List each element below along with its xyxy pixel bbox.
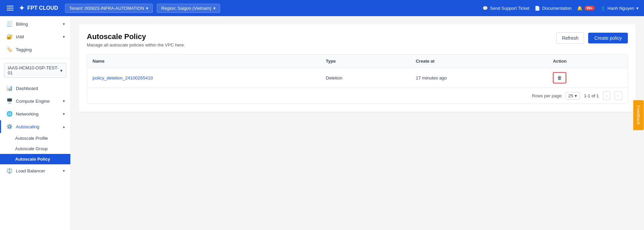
vpc-selector[interactable]: IAAS-HCM10-OSP-TEST-01 ▾ — [4, 63, 66, 78]
support-label: Send Support Ticket — [490, 6, 529, 11]
compute-chevron-icon: ▾ — [63, 99, 65, 103]
main-layout: 🧾 Billing ▾ 🔐 IAM ▾ 🏷️ Tagging IAAS-HCM1… — [0, 16, 644, 230]
rows-per-page-section: Rows per page: 25 ▾ — [532, 92, 580, 100]
sidebar-lb-label: Load Balancer — [16, 168, 45, 173]
content-header: Autoscale Policy Manage all autoscale po… — [87, 32, 628, 47]
sidebar-tagging-label: Tagging — [16, 47, 32, 52]
sidebar-billing-label: Billing — [16, 22, 28, 27]
rows-per-page-select[interactable]: 25 ▾ — [565, 92, 580, 100]
sidebar-item-load-balancer[interactable]: ⚖️ Load Balancer ▾ — [0, 164, 70, 177]
nav-right: 💬 Send Support Ticket 📄 Documentation 🔔 … — [482, 6, 639, 11]
page-title: Autoscale Policy — [87, 32, 185, 41]
policy-table-container: Name Type Create at Action policy_deleti… — [87, 54, 628, 104]
region-selector[interactable]: Region: Saigon (Vietnam) ▾ — [157, 4, 220, 13]
tenant-chevron-icon: ▾ — [146, 6, 148, 11]
docs-icon: 📄 — [535, 6, 540, 11]
vpc-chevron-icon: ▾ — [60, 68, 63, 73]
content-card: Autoscale Policy Manage all autoscale po… — [79, 24, 636, 112]
user-name: Hanh Nguyen — [608, 6, 635, 11]
autoscale-group-label: Autoscale Group — [15, 146, 48, 151]
pagination-next-button[interactable]: › — [614, 91, 622, 100]
sidebar-item-autoscale-group[interactable]: Autoscale Group — [0, 143, 70, 154]
billing-icon: 🧾 — [6, 21, 12, 27]
sidebar-top-section: 🧾 Billing ▾ 🔐 IAM ▾ 🏷️ Tagging — [0, 16, 70, 57]
logo: ✦ FPT CLOUD — [19, 4, 58, 12]
autoscaling-chevron-icon: ▴ — [63, 125, 65, 129]
rows-per-page-value: 25 — [568, 93, 573, 98]
col-type: Type — [320, 55, 410, 68]
delete-policy-button[interactable]: 🗑 — [554, 73, 565, 83]
sidebar-nav-section: 📊 Dashboard 🖥️ Compute Engine ▾ 🌐 Networ… — [0, 80, 70, 178]
sidebar-item-networking[interactable]: 🌐 Networking ▾ — [0, 107, 70, 120]
sidebar-item-dashboard[interactable]: 📊 Dashboard — [0, 82, 70, 95]
create-policy-button[interactable]: Create policy — [588, 33, 628, 43]
support-ticket-link[interactable]: 💬 Send Support Ticket — [482, 6, 529, 11]
sidebar-divider — [0, 59, 70, 59]
pagination-info: 1-1 of 1 — [584, 93, 599, 98]
user-icon: 👤 — [600, 6, 606, 11]
billing-chevron-icon: ▾ — [63, 22, 65, 26]
policy-name-link[interactable]: policy_deletion_24100265410 — [93, 75, 153, 80]
networking-chevron-icon: ▾ — [63, 112, 65, 116]
iam-icon: 🔐 — [6, 34, 12, 40]
iam-chevron-icon: ▾ — [63, 35, 65, 39]
cell-name: policy_deletion_24100265410 — [87, 68, 320, 88]
table-row: policy_deletion_24100265410 Deletion 17 … — [87, 68, 628, 88]
col-created-at: Create at — [410, 55, 548, 68]
user-menu[interactable]: 👤 Hanh Nguyen ▾ — [600, 6, 639, 11]
sidebar-item-autoscale-policy[interactable]: Autoscale Policy — [0, 154, 70, 164]
menu-hamburger[interactable] — [5, 4, 15, 12]
logo-icon: ✦ — [19, 4, 25, 12]
autoscaling-icon: ⚙️ — [6, 124, 12, 130]
sidebar-item-iam[interactable]: 🔐 IAM ▾ — [0, 30, 70, 43]
trash-icon: 🗑 — [557, 75, 562, 80]
title-section: Autoscale Policy Manage all autoscale po… — [87, 32, 185, 47]
dashboard-icon: 📊 — [6, 85, 12, 91]
docs-label: Documentation — [542, 6, 571, 11]
cell-created-at: 17 minutes ago — [410, 68, 548, 88]
support-icon: 💬 — [482, 6, 488, 11]
table-body: policy_deletion_24100265410 Deletion 17 … — [87, 68, 628, 88]
sidebar-iam-label: IAM — [16, 34, 24, 39]
rows-select-chevron-icon: ▾ — [575, 93, 577, 98]
cell-type: Deletion — [320, 68, 410, 88]
pagination-prev-button[interactable]: ‹ — [603, 91, 611, 100]
tenant-selector[interactable]: Tenant: 000823-INFRA-AUTOMATION ▾ — [65, 4, 153, 13]
region-label: Region: Saigon (Vietnam) — [161, 6, 211, 11]
networking-icon: 🌐 — [6, 111, 12, 117]
sidebar: 🧾 Billing ▾ 🔐 IAM ▾ 🏷️ Tagging IAAS-HCM1… — [0, 16, 71, 230]
sidebar-item-compute-engine[interactable]: 🖥️ Compute Engine ▾ — [0, 95, 70, 107]
sidebar-item-tagging[interactable]: 🏷️ Tagging — [0, 43, 70, 56]
table-header-row: Name Type Create at Action — [87, 55, 628, 68]
documentation-link[interactable]: 📄 Documentation — [535, 6, 571, 11]
delete-button-highlight: 🗑 — [553, 72, 566, 84]
sidebar-dashboard-label: Dashboard — [16, 86, 38, 91]
header-actions: Refresh Create policy — [556, 32, 628, 44]
main-content: Autoscale Policy Manage all autoscale po… — [71, 16, 644, 230]
notification-bell[interactable]: 🔔 99+ — [577, 6, 595, 11]
tagging-icon: 🏷️ — [6, 46, 12, 53]
feedback-button[interactable]: Feedback — [633, 100, 644, 130]
compute-icon: 🖥️ — [6, 98, 12, 104]
load-balancer-icon: ⚖️ — [6, 168, 12, 174]
rows-per-page-label: Rows per page: — [532, 93, 563, 98]
page-subtitle: Manage all autoscale policies within the… — [87, 42, 185, 47]
table-head: Name Type Create at Action — [87, 55, 628, 68]
cell-action: 🗑 — [547, 68, 628, 88]
policy-table: Name Type Create at Action policy_deleti… — [87, 55, 628, 88]
notification-badge: 99+ — [584, 6, 595, 10]
col-name: Name — [87, 55, 320, 68]
vpc-label: IAAS-HCM10-OSP-TEST-01 — [8, 65, 60, 75]
top-navigation: ✦ FPT CLOUD Tenant: 000823-INFRA-AUTOMAT… — [0, 0, 644, 16]
sidebar-item-autoscale-profile[interactable]: Autoscale Profile — [0, 133, 70, 143]
sidebar-autoscaling-label: Autoscaling — [16, 124, 39, 129]
sidebar-compute-label: Compute Engine — [16, 99, 50, 104]
sidebar-networking-label: Networking — [16, 111, 39, 117]
region-chevron-icon: ▾ — [213, 6, 216, 11]
sidebar-item-autoscaling[interactable]: ⚙️ Autoscaling ▴ — [0, 120, 70, 133]
refresh-button[interactable]: Refresh — [556, 32, 584, 44]
table-footer: Rows per page: 25 ▾ 1-1 of 1 ‹ › — [87, 88, 628, 103]
sidebar-item-billing[interactable]: 🧾 Billing ▾ — [0, 18, 70, 30]
logo-text: FPT CLOUD — [27, 5, 58, 11]
tenant-label: Tenant: 000823-INFRA-AUTOMATION — [69, 6, 144, 11]
